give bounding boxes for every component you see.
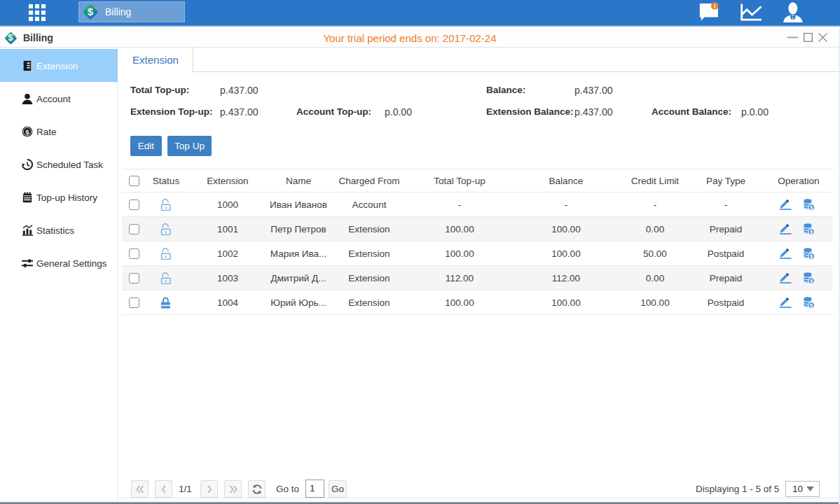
svg-text:$: $ — [25, 127, 29, 135]
svg-text:!: ! — [714, 3, 716, 10]
